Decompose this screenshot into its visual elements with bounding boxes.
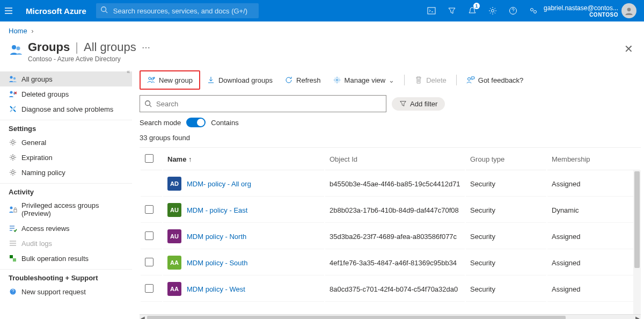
scroll-left-icon[interactable]: ◀	[141, 315, 145, 319]
sidebar-section-label: Settings	[0, 120, 132, 135]
sidebar-item-label: New support request	[21, 288, 86, 296]
nav-icon	[9, 90, 17, 98]
object-id-cell: 35d3ba26-23f7-4689-afea-a803586f077c	[325, 224, 465, 249]
column-object-id[interactable]: Object Id	[325, 149, 465, 170]
svg-point-5	[534, 11, 537, 13]
group-name-link[interactable]: MDM policy - South	[187, 259, 247, 267]
sidebar-item-naming-policy[interactable]: Naming policy	[0, 165, 132, 180]
results-count: 33 groups found	[140, 132, 641, 147]
svg-point-23	[336, 79, 338, 81]
sidebar-item-label: Expiration	[21, 154, 53, 162]
row-checkbox[interactable]	[145, 258, 153, 266]
table-row: AU MDM - policy - East 2b8b023a-17b6-410…	[141, 198, 640, 223]
svg-point-24	[467, 78, 470, 81]
settings-icon[interactable]	[482, 0, 503, 21]
directory-filter-icon[interactable]	[442, 0, 462, 21]
group-type-cell: Security	[466, 198, 546, 223]
search-box[interactable]	[140, 95, 386, 112]
group-initials-badge: AU	[167, 203, 181, 217]
page-subtitle: Contoso - Azure Active Directory	[28, 55, 150, 63]
svg-rect-25	[471, 77, 474, 79]
sidebar-item-access-reviews[interactable]: Access reviews	[0, 221, 132, 236]
row-checkbox[interactable]	[145, 284, 153, 293]
sidebar-section-label: Activity	[0, 183, 132, 198]
vertical-scrollbar[interactable]	[633, 170, 641, 314]
row-checkbox[interactable]	[145, 231, 153, 240]
membership-cell: Dynamic	[547, 198, 640, 223]
sidebar-item-expiration[interactable]: Expiration	[0, 150, 132, 165]
horizontal-scrollbar[interactable]: ◀ ▶	[140, 314, 641, 319]
select-all-checkbox[interactable]	[145, 154, 153, 163]
more-icon[interactable]: ⋯	[142, 42, 150, 53]
user-email-label: gabriel.nastase@contos...	[544, 4, 618, 12]
gear-icon	[333, 76, 341, 84]
sidebar-item-audit-logs[interactable]: Audit logs	[0, 236, 132, 251]
global-search-input[interactable]	[96, 3, 259, 18]
new-group-icon	[147, 76, 156, 84]
sidebar-item-label: Naming policy	[21, 169, 65, 177]
column-group-type[interactable]: Group type	[466, 149, 546, 170]
content-area: New group Download groups Refresh Mana	[132, 68, 644, 319]
sidebar-item-deleted-groups[interactable]: Deleted groups	[0, 86, 132, 102]
sidebar: « All groups Deleted groups Diagnose and…	[0, 68, 132, 319]
person-feedback-icon	[466, 76, 475, 84]
search-mode-toggle[interactable]	[186, 118, 206, 127]
sidebar-section-label: Troubleshooting + Support	[0, 269, 132, 284]
avatar-icon	[621, 3, 636, 18]
brand-label[interactable]: Microsoft Azure	[26, 6, 86, 16]
sidebar-item-bulk-operation-results[interactable]: Bulk operation results	[0, 251, 132, 266]
close-blade-icon[interactable]: ✕	[622, 40, 635, 57]
user-account[interactable]: gabriel.nastase@contos... CONTOSO	[544, 3, 640, 18]
svg-point-21	[149, 77, 151, 79]
svg-point-7	[12, 45, 16, 49]
nav-icon	[9, 254, 17, 263]
group-type-cell: Security	[466, 277, 546, 302]
collapse-sidebar-icon[interactable]: «	[127, 68, 130, 75]
got-feedback-button[interactable]: Got feedback?	[461, 73, 529, 88]
svg-point-15	[12, 171, 14, 174]
column-name[interactable]: Name ↑	[163, 149, 324, 170]
filter-icon	[399, 100, 407, 107]
search-input[interactable]	[156, 100, 382, 108]
group-name-link[interactable]: MDM policy - West	[187, 285, 245, 293]
table-row: AA MDM policy - West 8a0cd375-c701-42f4-…	[141, 277, 640, 302]
cloud-shell-icon[interactable]	[421, 0, 442, 21]
svg-point-13	[12, 141, 14, 144]
svg-rect-17	[14, 209, 17, 212]
breadcrumb-home[interactable]: Home	[9, 27, 27, 35]
sidebar-item-diagnose-and-solve-problems[interactable]: Diagnose and solve problems	[0, 102, 132, 117]
sidebar-item-general[interactable]: General	[0, 135, 132, 150]
sidebar-item-label: Diagnose and solve problems	[21, 105, 113, 113]
scroll-right-icon[interactable]: ▶	[635, 315, 640, 319]
svg-point-14	[12, 156, 14, 159]
sidebar-item-new-support-request[interactable]: New support request	[0, 284, 132, 299]
refresh-button[interactable]: Refresh	[279, 73, 326, 88]
membership-cell: Assigned	[547, 250, 640, 276]
column-membership[interactable]: Membership	[547, 149, 640, 170]
search-icon	[100, 6, 108, 13]
table-row: AU MDM policy - North 35d3ba26-23f7-4689…	[141, 224, 640, 249]
sort-asc-icon: ↑	[188, 155, 192, 163]
sidebar-item-all-groups[interactable]: All groups	[0, 71, 132, 86]
table-row: AD MDM- policy - All org b4550b3e-45ae-4…	[141, 171, 640, 197]
nav-icon	[9, 168, 17, 177]
manage-view-button[interactable]: Manage view ⌄	[327, 73, 400, 88]
notifications-icon[interactable]: 1	[462, 0, 482, 21]
nav-icon	[9, 105, 17, 113]
group-name-link[interactable]: MDM policy - North	[187, 233, 246, 241]
add-filter-button[interactable]: Add filter	[392, 97, 445, 111]
command-bar: New group Download groups Refresh Mana	[140, 68, 641, 95]
toggle-value-label: Contains	[211, 119, 238, 127]
new-group-button[interactable]: New group	[142, 73, 198, 88]
hamburger-menu-icon[interactable]	[4, 6, 21, 15]
download-groups-button[interactable]: Download groups	[201, 73, 278, 88]
feedback-icon[interactable]	[523, 0, 544, 21]
page-title: Groups	[28, 40, 70, 54]
row-checkbox[interactable]	[145, 205, 153, 214]
group-name-link[interactable]: MDM- policy - All org	[187, 180, 251, 188]
membership-cell: Assigned	[547, 277, 640, 302]
chevron-right-icon: ›	[31, 27, 33, 35]
help-icon[interactable]	[503, 0, 523, 21]
group-name-link[interactable]: MDM - policy - East	[187, 206, 247, 214]
sidebar-item-privileged-access-groups-preview[interactable]: Privileged access groups (Preview)	[0, 198, 132, 221]
